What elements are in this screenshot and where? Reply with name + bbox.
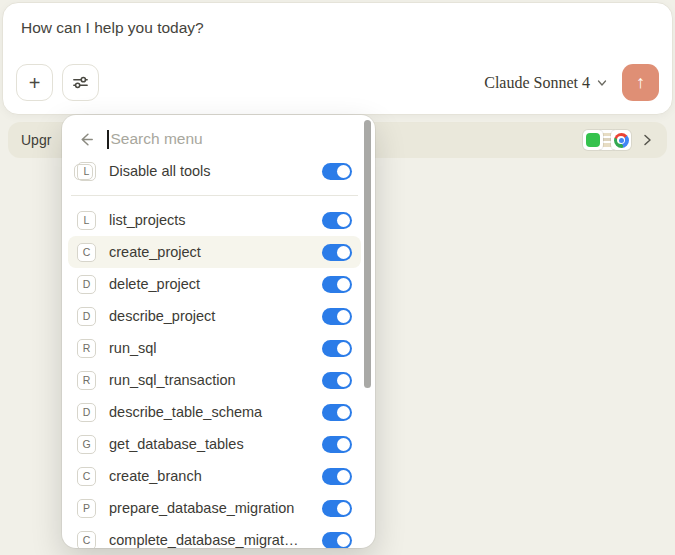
tool-label: delete_project: [109, 276, 322, 292]
send-button[interactable]: ↑: [622, 64, 659, 101]
tool-toggle[interactable]: [322, 244, 352, 261]
search-placeholder: Search menu: [111, 130, 203, 148]
tool-toggle[interactable]: [322, 436, 352, 453]
tool-toggle[interactable]: [322, 276, 352, 293]
tool-toggle[interactable]: [322, 372, 352, 389]
tool-badge: C: [77, 531, 96, 549]
back-arrow-icon[interactable]: [77, 130, 96, 149]
tool-toggle[interactable]: [322, 212, 352, 229]
disable-all-badge: L: [77, 162, 96, 181]
tool-row[interactable]: R run_sql_transaction: [68, 364, 361, 396]
tool-badge: D: [77, 403, 96, 422]
composer-actions-right: Claude Sonnet 4 ↑: [484, 64, 659, 101]
tool-badge: C: [77, 467, 96, 486]
tool-badge: G: [77, 435, 96, 454]
arrow-up-icon: ↑: [636, 72, 645, 93]
upgrade-banner-right: [583, 130, 654, 150]
tools-menu: Search menu L Disable all tools L list_p…: [62, 115, 375, 548]
disable-all-toggle[interactable]: [322, 163, 352, 180]
tool-badge: R: [77, 371, 96, 390]
tool-label: describe_table_schema: [109, 404, 322, 420]
tool-toggle[interactable]: [322, 308, 352, 325]
tool-row[interactable]: C complete_database_migrat…: [68, 524, 361, 548]
tool-toggle[interactable]: [322, 404, 352, 421]
tool-label: get_database_tables: [109, 436, 322, 452]
tool-badge: D: [77, 307, 96, 326]
connected-app-icons: [583, 130, 631, 150]
tool-toggle[interactable]: [322, 468, 352, 485]
plus-icon: +: [29, 73, 41, 93]
attach-button[interactable]: +: [16, 64, 53, 101]
tool-badge: R: [77, 339, 96, 358]
tool-row[interactable]: C create_branch: [68, 460, 361, 492]
menu-divider: [71, 195, 358, 196]
upgrade-banner-text: Upgr: [21, 132, 51, 148]
tool-badge: D: [77, 275, 96, 294]
chat-composer[interactable]: How can I help you today? + Claude Sonne…: [2, 2, 673, 115]
chrome-icon: [611, 130, 631, 150]
tool-label: describe_project: [109, 308, 322, 324]
tool-label: run_sql_transaction: [109, 372, 322, 388]
menu-scrollbar-thumb[interactable]: [364, 120, 371, 388]
tool-badge: L: [77, 211, 96, 230]
model-selector[interactable]: Claude Sonnet 4: [484, 74, 607, 92]
tool-row[interactable]: D describe_project: [68, 300, 361, 332]
tool-badge: P: [77, 499, 96, 518]
tool-label: run_sql: [109, 340, 322, 356]
composer-actions-left: +: [16, 64, 99, 101]
green-app-icon: [583, 130, 603, 150]
tool-row[interactable]: P prepare_database_migration: [68, 492, 361, 524]
tools-button[interactable]: [62, 64, 99, 101]
tool-label: prepare_database_migration: [109, 500, 322, 516]
tool-toggle[interactable]: [322, 532, 352, 549]
disable-all-label: Disable all tools: [109, 163, 322, 179]
tool-row[interactable]: L list_projects: [68, 204, 361, 236]
tool-row[interactable]: C create_project: [68, 236, 361, 268]
model-name: Claude Sonnet 4: [484, 74, 590, 92]
tool-label: complete_database_migrat…: [109, 532, 322, 548]
text-cursor: [107, 130, 109, 149]
composer-placeholder: How can I help you today?: [21, 19, 204, 37]
tool-label: list_projects: [109, 212, 322, 228]
sliders-icon: [71, 73, 90, 92]
chevron-down-icon: [597, 78, 607, 88]
tool-row[interactable]: D describe_table_schema: [68, 396, 361, 428]
tool-row[interactable]: R run_sql: [68, 332, 361, 364]
tool-label: create_project: [109, 244, 322, 260]
tool-row[interactable]: G get_database_tables: [68, 428, 361, 460]
tool-badge: C: [77, 243, 96, 262]
tool-toggle[interactable]: [322, 500, 352, 517]
tool-row[interactable]: D delete_project: [68, 268, 361, 300]
tool-toggle[interactable]: [322, 340, 352, 357]
disable-all-tools-row[interactable]: L Disable all tools: [68, 155, 361, 187]
chevron-right-icon[interactable]: [640, 133, 654, 147]
tool-label: create_branch: [109, 468, 322, 484]
tools-list: L list_projects C create_project D delet…: [68, 204, 361, 548]
menu-search-input[interactable]: Search menu: [68, 125, 361, 153]
